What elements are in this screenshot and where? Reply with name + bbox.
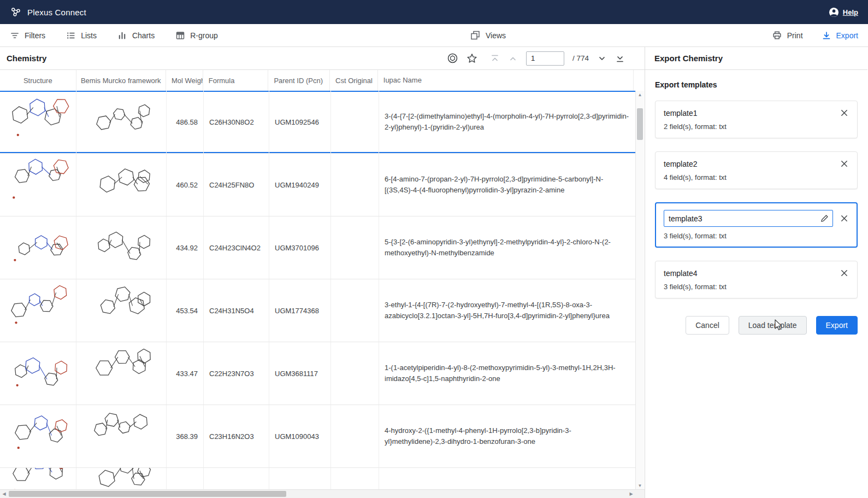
charts-button[interactable]: Charts — [117, 31, 155, 40]
structure-cell — [0, 279, 76, 342]
scroll-right-arrow[interactable]: ▶ — [627, 491, 635, 496]
column-header-framework[interactable]: Bemis Murcko framework — [76, 70, 166, 91]
scroll-up-arrow[interactable]: ▲ — [636, 91, 644, 98]
parent-id-value: UGM1774368 — [269, 279, 331, 342]
template-card[interactable]: template43 field(s), format: txt — [655, 261, 858, 298]
page-number-input[interactable] — [526, 51, 564, 66]
first-row-icon[interactable] — [490, 54, 500, 63]
column-header-iupac-name[interactable]: Iupac Name — [378, 70, 634, 91]
grid-header: Chemistry / 774 — [0, 47, 645, 70]
iupac-name-value: 1-(1-acetylpiperidin-4-yl)-8-(2-methoxyp… — [379, 342, 636, 405]
list-icon — [66, 31, 76, 40]
last-row-icon[interactable] — [615, 54, 625, 63]
remove-template-icon[interactable] — [840, 159, 849, 168]
framework-cell — [76, 216, 167, 279]
vertical-scroll-track[interactable] — [636, 98, 644, 482]
structure-image — [4, 221, 73, 274]
user-circle-icon — [829, 7, 839, 17]
iupac-name-value: 4-hydroxy-2-({1-methyl-4-phenyl-1H-pyrro… — [379, 405, 636, 467]
export-templates-heading: Export templates — [655, 80, 858, 89]
vertical-scroll-thumb[interactable] — [637, 108, 643, 140]
structure-image — [4, 468, 73, 489]
views-button[interactable]: Views — [470, 30, 506, 40]
lists-label: Lists — [81, 31, 97, 40]
main-toolbar: Filters Lists Charts R-group Views Print — [0, 24, 868, 47]
structure-cell — [0, 342, 76, 405]
table-row[interactable]: 453.54 C24H31N5O4 UGM1774368 3-ethyl-1-{… — [0, 279, 636, 342]
template-card[interactable]: 3 field(s), format: txt — [655, 202, 858, 248]
structure-image — [4, 409, 73, 463]
mol-weight-value: 434.92 — [167, 216, 204, 279]
filters-button[interactable]: Filters — [10, 31, 45, 40]
cancel-button[interactable]: Cancel — [686, 316, 729, 335]
iupac-name-value: 3-(4-{7-[2-(dimethylamino)ethyl]-4-(morp… — [379, 91, 636, 153]
template-card[interactable]: template12 field(s), format: txt — [655, 101, 858, 138]
column-header-mol-weight[interactable]: Mol Weigh — [166, 70, 203, 91]
charts-label: Charts — [132, 31, 155, 40]
structure-image — [4, 284, 73, 337]
structure-cell — [0, 154, 76, 216]
mol-weight-value — [167, 468, 204, 489]
remove-template-icon[interactable] — [840, 214, 849, 223]
next-row-icon[interactable] — [597, 54, 607, 63]
table-row[interactable]: 434.92 C24H23ClN4O2 UGM3701096 5-{3-[2-(… — [0, 216, 636, 279]
template-name-input[interactable] — [664, 210, 833, 227]
framework-image — [87, 347, 156, 400]
previous-row-icon[interactable] — [508, 54, 518, 63]
remove-template-icon[interactable] — [840, 108, 849, 118]
iupac-name-value: 3-ethyl-1-{4-[(7R)-7-(2-hydroxyethyl)-7-… — [379, 279, 636, 342]
table-body: 486.58 C26H30N8O2 UGM1092546 3-(4-{7-[2-… — [0, 91, 636, 489]
table-row[interactable]: 460.52 C24H25FN8O UGM1940249 6-[4-amino-… — [0, 154, 636, 216]
cst-original-value — [331, 342, 379, 405]
lists-button[interactable]: Lists — [66, 31, 97, 40]
column-header-parent-id[interactable]: Parent ID (Pcn) — [268, 70, 330, 91]
column-header-cst-original[interactable]: Cst Original — [330, 70, 378, 91]
export-confirm-button[interactable]: Export — [816, 316, 858, 335]
structure-search-icon[interactable] — [447, 52, 458, 64]
template-details: 3 field(s), format: txt — [664, 283, 849, 291]
column-header-formula[interactable]: Formula — [203, 70, 269, 91]
table-row[interactable]: 433.47 C22H23N7O3 UGM3681117 1-(1-acetyl… — [0, 342, 636, 405]
mol-weight-value: 453.54 — [167, 279, 204, 342]
scroll-down-arrow[interactable]: ▼ — [636, 482, 644, 489]
iupac-name-value — [379, 468, 636, 489]
grid-title: Chemistry — [7, 54, 46, 63]
iupac-name-value: 6-[4-amino-7-(propan-2-yl)-7H-pyrrolo[2,… — [379, 154, 636, 216]
remove-template-icon[interactable] — [840, 268, 849, 278]
filters-label: Filters — [25, 31, 45, 40]
framework-cell — [76, 342, 167, 405]
print-button[interactable]: Print — [772, 30, 803, 40]
scroll-left-arrow[interactable]: ◀ — [0, 491, 8, 496]
mol-weight-value: 368.39 — [167, 405, 204, 467]
edit-pencil-icon[interactable] — [820, 214, 829, 223]
vertical-scrollbar[interactable]: ▲ ▼ — [635, 91, 644, 489]
template-card[interactable]: template24 field(s), format: txt — [655, 151, 858, 189]
horizontal-scroll-thumb[interactable] — [9, 491, 286, 497]
formula-value: C26H30N8O2 — [204, 91, 269, 153]
column-header-structure[interactable]: Structure — [0, 70, 76, 91]
parent-id-value: UGM1940249 — [269, 154, 331, 216]
cst-original-value — [331, 91, 379, 153]
horizontal-scrollbar[interactable]: ◀ ▶ — [0, 489, 645, 498]
framework-image — [87, 221, 156, 274]
export-panel-actions: Cancel Load template Export — [655, 316, 858, 335]
horizontal-scroll-track[interactable] — [8, 490, 627, 498]
framework-cell — [76, 154, 167, 216]
formula-value: C24H23ClN4O2 — [204, 216, 269, 279]
template-details: 4 field(s), format: txt — [664, 173, 849, 181]
structure-image — [4, 95, 73, 149]
mol-weight-value: 460.52 — [167, 154, 204, 216]
favorite-star-icon[interactable] — [467, 53, 477, 64]
table-row[interactable]: 486.58 C26H30N8O2 UGM1092546 3-(4-{7-[2-… — [0, 91, 636, 154]
bar-chart-icon — [117, 31, 127, 40]
table-row[interactable]: 368.39 C23H16N2O3 UGM1090043 4-hydroxy-2… — [0, 405, 636, 468]
rgroup-button[interactable]: R-group — [175, 31, 218, 40]
table-header-row: Structure Bemis Murcko framework Mol Wei… — [0, 70, 645, 91]
table-row[interactable] — [0, 468, 636, 489]
load-template-button[interactable]: Load template — [739, 316, 807, 335]
mol-weight-value: 433.47 — [167, 342, 204, 405]
export-button[interactable]: Export — [822, 30, 858, 40]
help-link[interactable]: Help — [829, 7, 858, 17]
parent-id-value: UGM3681117 — [269, 342, 331, 405]
rgroup-label: R-group — [190, 31, 218, 40]
